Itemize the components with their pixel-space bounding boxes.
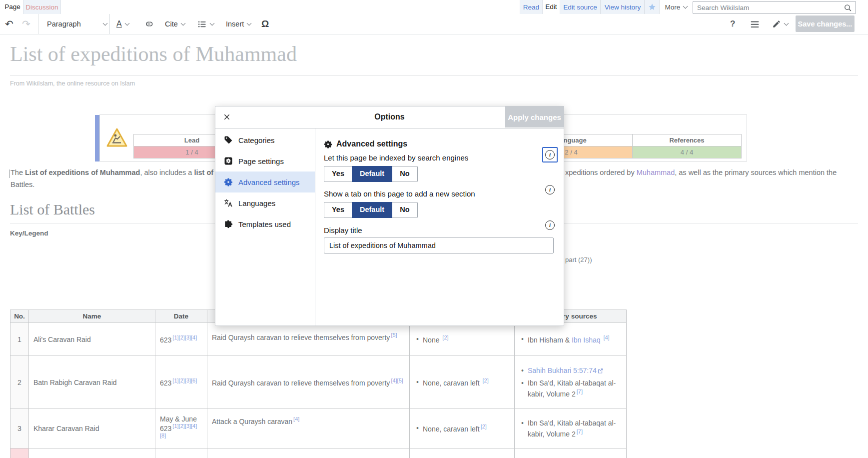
muhammad-link[interactable]: Muhammad <box>637 168 675 176</box>
tab-discussion-label: Discussion <box>25 4 58 11</box>
casualties-text: None <box>423 336 439 344</box>
menu-item-label: Languages <box>238 199 275 208</box>
cell-casualties: None [2] <box>410 323 515 356</box>
editor-toolbar: ↶ ↷ Paragraph A Cite Insert <box>0 14 868 34</box>
button-label: No <box>400 170 409 178</box>
reference-links[interactable]: [2] <box>481 424 487 430</box>
question-indexed-label: Let this page be indexed by search engin… <box>324 154 539 162</box>
search-icon[interactable] <box>844 4 852 12</box>
insert-dropdown[interactable]: Insert <box>226 14 251 34</box>
link-icon <box>144 19 154 29</box>
menu-item-page-settings[interactable]: Page settings <box>215 150 315 172</box>
cell-goal: Attack a Quraysh caravan[4] <box>207 409 410 448</box>
editor-switch-dropdown[interactable] <box>772 14 788 34</box>
sahih-bukhari-link[interactable]: Sahih Bukhari 5:57:74 <box>528 366 597 374</box>
tab-edit-source[interactable]: Edit source <box>560 0 601 14</box>
close-icon <box>223 113 231 121</box>
paragraph-format-dropdown[interactable]: Paragraph <box>47 14 107 34</box>
button-label: Default <box>360 170 384 178</box>
cell-primary-sources: Sahih Bukhari 5:57:74 Ibn Sa'd, Kitab al… <box>515 356 627 409</box>
newsection-default-button[interactable]: Default <box>352 202 392 218</box>
undo-button[interactable]: ↶ <box>5 14 13 34</box>
button-label: Yes <box>332 206 344 214</box>
info-icon[interactable] <box>545 220 555 230</box>
tab-edit[interactable]: Edit <box>543 0 560 14</box>
indexed-default-button[interactable]: Default <box>352 166 392 182</box>
info-icon[interactable] <box>545 185 555 194</box>
newsection-no-button[interactable]: No <box>392 202 417 218</box>
date-text: 623 <box>160 336 171 344</box>
special-character-button[interactable]: Ω <box>261 14 269 34</box>
goal-text: Attack a Quraysh caravan <box>212 418 292 426</box>
text-style-dropdown[interactable]: A <box>116 14 129 34</box>
reference-links[interactable]: [1][2][3][6] <box>172 378 197 384</box>
indexed-yes-button[interactable]: Yes <box>324 166 352 182</box>
search-input[interactable] <box>693 4 844 12</box>
top-tab-bar: Page Discussion Read Edit Edit source Vi… <box>0 0 868 14</box>
reference-links[interactable]: [2] <box>442 334 448 340</box>
display-title-input[interactable] <box>324 238 554 254</box>
cell-no <box>10 448 29 458</box>
redo-button[interactable]: ↷ <box>22 14 30 34</box>
tab-page[interactable]: Page <box>2 0 23 14</box>
battles-table-wrap: No. Name Date Primary sources 1 Ali's Ca… <box>10 310 627 458</box>
cell-no: 3 <box>10 409 29 448</box>
cell-name: Ali's Caravan Raid <box>29 323 155 356</box>
key-legend-label: Key/Legend <box>10 230 48 237</box>
cell-casualties: None, caravan left[2] <box>410 409 515 448</box>
reference-links[interactable]: [4][5] <box>391 378 403 384</box>
list-item: Ibn Hisham & Ibn Ishaq [4] <box>519 334 622 345</box>
indexed-no-button[interactable]: No <box>392 166 417 182</box>
cell-primary-sources: Ibn Sa'd, Kitab al-tabaqat al-kabir, Vol… <box>515 409 627 448</box>
site-subtitle: From WikiIslam, the online resource on I… <box>10 80 135 87</box>
page-options-button[interactable] <box>750 14 760 34</box>
button-label: Yes <box>332 170 344 178</box>
apply-changes-button[interactable]: Apply changes <box>505 106 564 128</box>
reference-links[interactable]: [7] <box>577 388 583 394</box>
languages-icon <box>224 198 233 208</box>
close-button[interactable] <box>215 106 238 128</box>
advanced-settings-panel: Advanced settings Let this page be index… <box>315 128 564 326</box>
table-row: 2 Batn Rabigh Caravan Raid 623[1][2][3][… <box>10 356 627 409</box>
paragraph-text: The <box>10 168 25 176</box>
menu-item-languages[interactable]: Languages <box>215 192 315 214</box>
cell-goal <box>207 448 410 458</box>
tab-discussion[interactable]: Discussion <box>23 0 61 14</box>
help-button[interactable]: ? <box>730 14 735 34</box>
newsection-yes-button[interactable]: Yes <box>324 202 352 218</box>
reference-links[interactable]: [2] <box>483 378 489 384</box>
list-item: None, caravan left[2] <box>414 423 510 434</box>
reference-links[interactable]: [7] <box>577 428 583 434</box>
reference-links[interactable]: [1][2][3][4] <box>172 334 197 340</box>
reference-links[interactable]: [4] <box>293 416 299 422</box>
puzzle-icon <box>224 220 233 228</box>
menu-item-templates-used[interactable]: Templates used <box>215 214 315 234</box>
reference-links[interactable]: [5] <box>391 332 397 338</box>
watch-star-tab[interactable] <box>645 0 660 14</box>
casualties-text: None, caravan left <box>423 378 480 386</box>
menu-item-advanced-settings[interactable]: Advanced settings <box>215 172 315 192</box>
source-text: Ibn Sa'd, Kitab al-tabaqat al-kabir, Vol… <box>528 379 616 398</box>
menu-item-categories[interactable]: Categories <box>215 130 315 150</box>
info-icon[interactable] <box>545 150 555 160</box>
reference-links[interactable]: [4] <box>603 334 609 340</box>
list-item: Ibn Sa'd, Kitab al-tabaqat al-kabir, Vol… <box>519 418 622 439</box>
menu-item-label: Templates used <box>238 220 291 228</box>
cell-name: Batn Rabigh Caravan Raid <box>29 356 155 409</box>
cell-casualties <box>410 448 515 458</box>
cell-primary-sources <box>515 448 627 458</box>
ibn-ishaq-link[interactable]: Ibn Ishaq <box>572 336 601 344</box>
paragraph-bold-text: List of expeditions of Muhammad <box>25 168 140 176</box>
tab-more[interactable]: More <box>661 0 692 14</box>
dialog-body: Categories Page settings Advanced settin… <box>215 128 564 326</box>
save-changes-button[interactable]: Save changes... <box>796 16 855 32</box>
list-dropdown[interactable] <box>197 14 214 34</box>
tab-view-history-label: View history <box>605 4 641 11</box>
cite-dropdown[interactable]: Cite <box>165 14 185 34</box>
legend-fragment: part (27)) <box>565 256 592 264</box>
link-button[interactable] <box>144 14 154 34</box>
tab-view-history[interactable]: View history <box>601 0 645 14</box>
tab-read[interactable]: Read <box>520 0 543 14</box>
menu-item-label: Page settings <box>238 157 284 166</box>
redo-icon: ↷ <box>22 19 30 29</box>
